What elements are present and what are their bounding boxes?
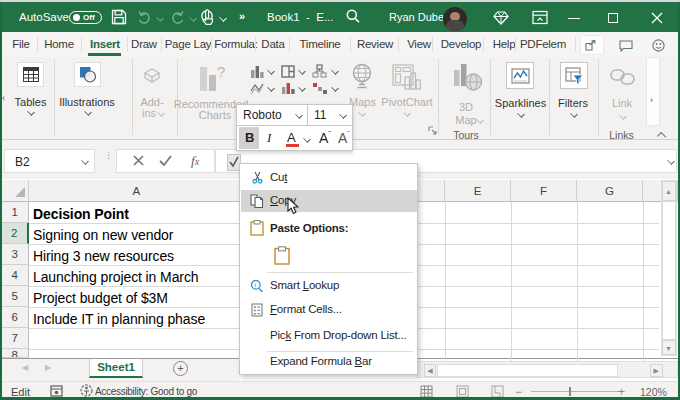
svg-text:i: i xyxy=(254,281,256,289)
svg-text:?: ? xyxy=(217,63,225,80)
